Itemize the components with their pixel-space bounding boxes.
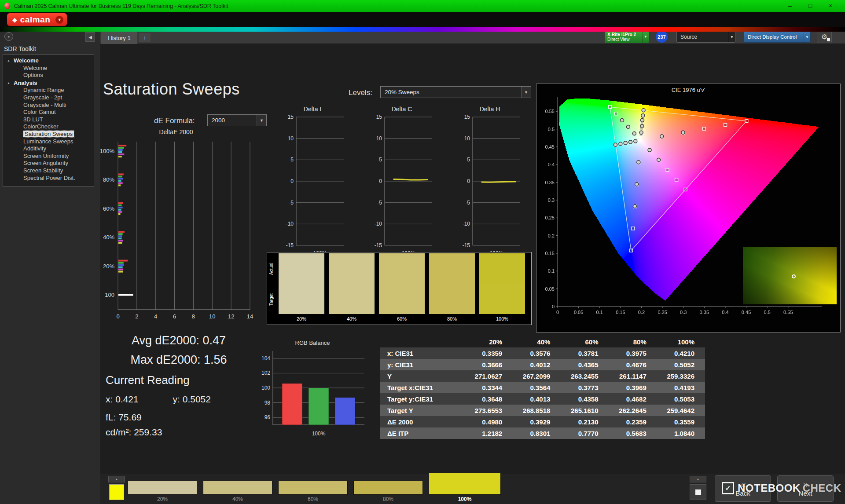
table-cell: 261.1147 <box>609 370 657 382</box>
svg-text:0: 0 <box>467 178 470 184</box>
sidebar-item-luminance-sweeps[interactable]: Luminance Sweeps <box>3 138 94 146</box>
de-bar <box>118 242 122 244</box>
meter-name: X-Rite i1Pro 2 <box>607 32 642 37</box>
measured-point <box>624 141 627 145</box>
de-bar <box>118 209 121 211</box>
svg-text:0.15: 0.15 <box>545 251 555 256</box>
pattern-window-button[interactable] <box>690 484 706 500</box>
current-pattern-chip[interactable] <box>109 484 124 500</box>
settings-button[interactable]: ⚙ <box>817 30 832 43</box>
target-swatch <box>479 284 525 314</box>
levels-select[interactable]: 20% Sweeps ▼ <box>380 86 531 98</box>
logo-caret-icon[interactable]: ▼ <box>55 16 63 24</box>
sidebar-item-screen-angularity[interactable]: Screen Angularity <box>3 160 94 167</box>
sidebar-item-saturation-sweeps[interactable]: Saturation Sweeps <box>3 131 94 138</box>
pattern-swatch-80[interactable]: 80% <box>353 481 423 503</box>
sidebar-item-screen-stability[interactable]: Screen Stability <box>3 167 94 175</box>
meter-dropdown[interactable]: X-Rite i1Pro 2 Direct View ▼ <box>605 30 649 43</box>
target-point <box>745 120 748 123</box>
de-formula-caret-icon[interactable]: ▼ <box>257 115 266 126</box>
svg-text:0.5: 0.5 <box>764 310 771 315</box>
display-control-caret-icon[interactable]: ▼ <box>804 32 810 42</box>
levels-caret-icon[interactable]: ▼ <box>521 87 531 98</box>
svg-text:-5: -5 <box>377 200 382 206</box>
table-cell: 268.8518 <box>513 405 561 416</box>
sidebar-collapse-button[interactable]: ◀ <box>85 32 95 42</box>
de-formula-label: dE Formula: <box>154 117 195 125</box>
tree-group-welcome[interactable]: ▲Welcome <box>3 57 94 65</box>
source-dropdown[interactable]: Source ▼ <box>676 31 735 43</box>
row-label: ΔE 2000 <box>380 416 465 427</box>
sidebar-item-additivity[interactable]: Additivity <box>3 145 94 153</box>
sidebar-item-welcome[interactable]: Welcome <box>3 65 94 72</box>
patch-level-label: 80% <box>429 314 475 324</box>
meter-count-badge: 237 <box>656 31 668 43</box>
sidebar-item-colorchecker[interactable]: ColorChecker <box>3 123 94 131</box>
de-bar <box>118 182 123 184</box>
svg-text:0.05: 0.05 <box>574 310 583 315</box>
table-cell: 1.0840 <box>657 427 705 439</box>
svg-text:40%: 40% <box>103 234 114 241</box>
next-button[interactable]: ›› Next <box>777 475 834 502</box>
close-button[interactable]: × <box>820 0 841 12</box>
de-bar <box>118 213 121 215</box>
level-header: 40% <box>513 336 561 347</box>
avg-de2000: Avg dE2000: 0.47 <box>104 331 254 350</box>
svg-text:-10: -10 <box>375 221 382 227</box>
sidebar-item-options[interactable]: Options <box>3 72 94 79</box>
current-fl: fL: 75.69 <box>106 412 142 423</box>
sidebar-item-dynamic-range[interactable]: Dynamic Range <box>3 87 94 94</box>
sidebar-item-grayscale-multi[interactable]: Grayscale - Multi <box>3 102 94 109</box>
table-cell: 0.3666 <box>465 359 513 370</box>
expander-icon[interactable]: ▲ <box>7 57 10 65</box>
svg-text:100: 100 <box>105 292 114 298</box>
pattern-swatch-100[interactable]: 100% <box>429 473 501 503</box>
saturation-results-table: 20%40%60%80%100%x: CIE310.33590.35760.37… <box>380 336 705 439</box>
de-formula-select[interactable]: 2000 ▼ <box>207 114 267 126</box>
display-control-dropdown[interactable]: Direct Display Control ▼ <box>744 31 811 43</box>
sidebar-item-3d-lut[interactable]: 3D LUT <box>3 116 94 124</box>
back-button[interactable]: ‹‹ Back <box>715 475 771 502</box>
de2000-bar-chart: 02468101214100%80%60%40%20%100 <box>92 135 260 331</box>
swatch-color <box>429 473 501 495</box>
meter-caret-icon[interactable]: ▼ <box>642 30 649 43</box>
expander-icon[interactable]: ▲ <box>7 79 10 87</box>
svg-text:0.35: 0.35 <box>700 310 709 315</box>
pattern-up-button[interactable]: ▲ <box>108 476 125 482</box>
sidebar-item-color-gamut[interactable]: Color Gamut <box>3 109 94 116</box>
pattern-swatch-40[interactable]: 40% <box>203 481 272 503</box>
sidebar-item-spectral-power-dist[interactable]: Spectral Power Dist. <box>3 175 94 182</box>
next-chevrons-icon: ›› <box>803 480 807 488</box>
pattern-swatch-20[interactable]: 20% <box>128 481 197 503</box>
tab-history-1[interactable]: History 1 <box>101 32 137 44</box>
target-swatch <box>429 284 475 314</box>
table-cell: 262.2645 <box>609 405 657 416</box>
target-swatch <box>279 284 324 314</box>
sidebar-item-grayscale-2pt[interactable]: Grayscale - 2pt <box>3 94 94 102</box>
calman-logo-menu[interactable]: ◆ calman ▼ <box>7 13 67 26</box>
pattern-swatch-60[interactable]: 60% <box>278 481 348 503</box>
actual-row-label: Actual <box>269 254 274 283</box>
source-caret-icon[interactable]: ▼ <box>728 32 735 42</box>
sidebar-item-screen-uniformity[interactable]: Screen Uniformity <box>3 153 94 160</box>
sidebar-pin-button[interactable]: ● <box>4 32 13 41</box>
svg-text:-15: -15 <box>375 242 382 248</box>
pattern-swatch-row: 20%40%60%80%100% <box>128 475 501 503</box>
de2000-chart-title: DeltaE 2000 <box>92 128 260 135</box>
rgb-balance-title: RGB Balance <box>255 340 370 346</box>
measured-point <box>639 131 643 134</box>
add-tab-button[interactable]: + <box>139 33 151 42</box>
maximize-button[interactable]: □ <box>800 0 820 12</box>
svg-text:8: 8 <box>192 313 195 320</box>
target-point <box>666 168 669 172</box>
svg-text:5: 5 <box>379 157 382 163</box>
levels-value: 20% Sweeps <box>381 89 521 95</box>
svg-text:0.4: 0.4 <box>722 310 728 315</box>
svg-text:0.1: 0.1 <box>548 268 555 274</box>
tree-group-analysis[interactable]: ▲Analysis <box>3 79 94 87</box>
svg-text:0.45: 0.45 <box>742 310 751 315</box>
pattern-window-up-button[interactable]: ▲ <box>690 476 706 482</box>
minimize-button[interactable]: – <box>780 0 800 12</box>
target-point <box>632 227 635 230</box>
table-cell: 0.4210 <box>657 347 705 359</box>
